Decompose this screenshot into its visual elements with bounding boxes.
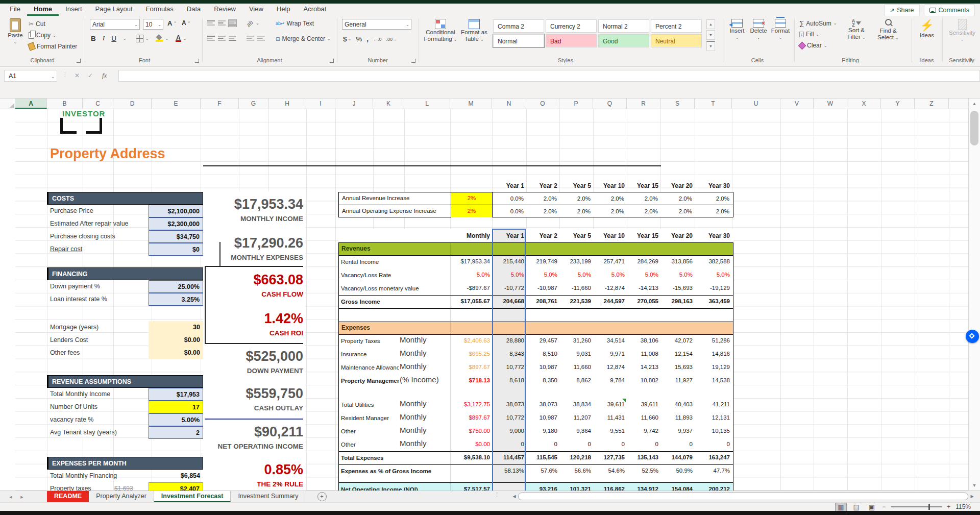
expenses-section-header[interactable]: Expenses [338,322,733,334]
zoom-slider[interactable] [891,506,942,507]
gallery-more-icon[interactable]: ▼ [706,41,715,51]
kpi-cash-roi[interactable]: 1.42%CASH ROI [168,310,303,337]
fill-color-icon[interactable] [156,35,163,42]
kpi-monthly-expenses[interactable]: $17,290.26MONTHLY EXPENSES [168,235,303,261]
kpi-down-payment[interactable]: $525,000DOWN PAYMENT [168,348,303,375]
forecast-row[interactable]: Total Utilities Monthly $3,172.75 38,073… [338,398,733,411]
align-middle-icon[interactable] [218,20,226,27]
dropbox-badge-icon[interactable] [966,330,979,343]
cell-style-chip[interactable]: Good [598,34,649,47]
column-header-E[interactable]: E [152,99,201,109]
kpi-cash-flow[interactable]: $663.08CASH FLOW [168,272,303,298]
assumption-input-cell[interactable]: 2% [451,192,493,205]
total-expenses-row[interactable]: Total Expenses $9,538.10 114,457 115,545… [338,451,733,464]
forecast-row[interactable]: Rental Income $17,953.34 215,440 219,749… [338,255,733,268]
cell-style-chip[interactable]: Bad [546,34,597,47]
sheet-tab[interactable]: Investment Summary [231,491,306,502]
kpi-two-percent-rule[interactable]: 0.85%THE 2% RULE [168,461,303,488]
currency-button[interactable]: $ [343,35,347,43]
noi-row-clipped[interactable]: Net Operating Income (NOI) $7,517.57 90,… [338,483,733,491]
cut-button[interactable]: ✂Cut [29,20,45,28]
decrease-decimal-button[interactable]: .00→ [386,37,398,42]
forecast-row[interactable]: Insurance Monthly $695.25 8,343 8,510 9,… [338,348,733,361]
insert-cells-button[interactable]: ◀ Insert⌄ [727,19,747,41]
vertical-scrollbar-thumb[interactable] [970,111,978,145]
gallery-up-icon[interactable]: ▲ [706,19,715,29]
name-box[interactable]: A1⌄ [4,70,57,82]
column-header-A[interactable]: A [15,99,47,109]
underline-button[interactable]: U [111,35,116,42]
forecast-row[interactable]: Property Taxes Monthly $2,406.63 28,880 … [338,334,733,348]
forecast-row[interactable]: Resident Manager Monthly $897.67 10,772 … [338,411,733,425]
sort-filter-button[interactable]: AZ Sort & Filter ⌄ [842,19,871,41]
borders-icon[interactable] [136,35,143,42]
format-cells-button[interactable]: Format⌄ [770,19,791,41]
page-break-view-icon[interactable]: ▣ [867,503,877,511]
copy-button[interactable]: Copy⌄ [29,32,56,39]
column-header-N[interactable]: N [492,99,526,109]
insert-function-icon[interactable]: fx [102,71,107,80]
horizontal-scrollbar-thumb[interactable] [518,493,968,500]
forecast-row[interactable]: Other Monthly $750.00 9,000 9,180 9,364 … [338,425,733,438]
font-size-select[interactable]: 10⌄ [143,19,163,30]
scroll-down-icon[interactable]: ▼ [969,480,980,491]
ribbon-tab[interactable]: Help [270,4,297,16]
number-format-select[interactable]: General⌄ [342,19,411,30]
kpi-cash-outlay[interactable]: $559,750CASH OUTLAY [168,385,303,412]
wrap-text-button[interactable]: ab↵Wrap Text [276,20,314,27]
orientation-icon[interactable]: ab [246,19,254,28]
forecast-row[interactable]: Vacancy/Loss Rate 5.0% 5.0% 5.0% 5.0% 5.… [338,268,733,282]
find-select-button[interactable]: Find & Select ⌄ [874,19,902,41]
format-painter-button[interactable]: Format Painter [29,43,77,50]
bold-button[interactable]: B [91,35,96,42]
column-header-L[interactable]: L [404,99,450,109]
column-header-P[interactable]: P [559,99,593,109]
increase-indent-icon[interactable] [257,35,265,42]
column-header-C[interactable]: C [83,99,113,109]
column-header-S[interactable]: S [660,99,695,109]
cell-style-chip[interactable]: Normal 2 [598,19,649,33]
zoom-slider-thumb[interactable] [928,504,930,510]
fill-button[interactable]: ↓Fill⌄ [799,31,819,38]
forecast-row[interactable]: Property Management (% Income) $718.13 8… [338,374,733,387]
column-header-Y[interactable]: Y [881,99,915,109]
forecast-row[interactable]: Other Monthly $0.00 0 0 0 0 0 0 0 [338,438,733,451]
comment-indicator-icon[interactable] [622,399,626,402]
column-header-B[interactable]: B [47,99,83,109]
delete-cells-button[interactable]: ✕ Delete⌄ [748,19,769,41]
column-header-W[interactable]: W [814,99,847,109]
expenses-percent-row[interactable]: Expenses as % of Gross Income 58.13% 57.… [338,464,733,478]
column-header-Q[interactable]: Q [593,99,627,109]
formula-input[interactable] [118,70,980,82]
kpi-net-operating-income[interactable]: $90,211NET OPERATiNG INCOME [168,424,303,450]
ribbon-tab[interactable]: Review [207,4,242,16]
cancel-icon[interactable]: ✕ [75,72,80,79]
number-dialog-launcher[interactable] [411,59,415,63]
scroll-left-icon[interactable]: ◀ [510,494,518,499]
ribbon-tab[interactable]: View [242,4,270,16]
scroll-up-icon[interactable]: ▲ [969,99,980,109]
share-button[interactable]: ↗Share [884,4,920,16]
clipboard-dialog-launcher[interactable] [77,59,81,63]
percent-button[interactable]: % [356,35,362,43]
column-header-F[interactable]: F [201,99,239,109]
assumption-row[interactable]: Annual Operating Expense Increase 2% 0.0… [339,205,733,217]
horizontal-scrollbar[interactable]: ◀ ▶ [510,492,976,500]
column-header-K[interactable]: K [373,99,404,109]
column-header-J[interactable]: J [335,99,373,109]
clear-button[interactable]: Clear⌄ [799,42,827,49]
ribbon-tab[interactable]: File [3,4,27,16]
paste-button[interactable]: Paste⌄ [5,18,26,45]
ideas-button[interactable]: ⚡ Ideas [916,19,938,39]
cell-style-chip[interactable]: Normal [493,34,544,47]
column-header-V[interactable]: V [780,99,814,109]
column-header-X[interactable]: X [847,99,881,109]
increase-decimal-button[interactable]: ←.0 [373,37,382,42]
decrease-indent-icon[interactable] [247,35,254,42]
column-header-I[interactable]: I [306,99,335,109]
font-color-icon[interactable]: A [176,35,181,42]
alignment-dialog-launcher[interactable] [330,59,334,63]
comma-button[interactable]: , [366,35,369,43]
property-address-title[interactable]: Property Address [50,146,165,162]
zoom-level[interactable]: 115% [955,503,971,510]
